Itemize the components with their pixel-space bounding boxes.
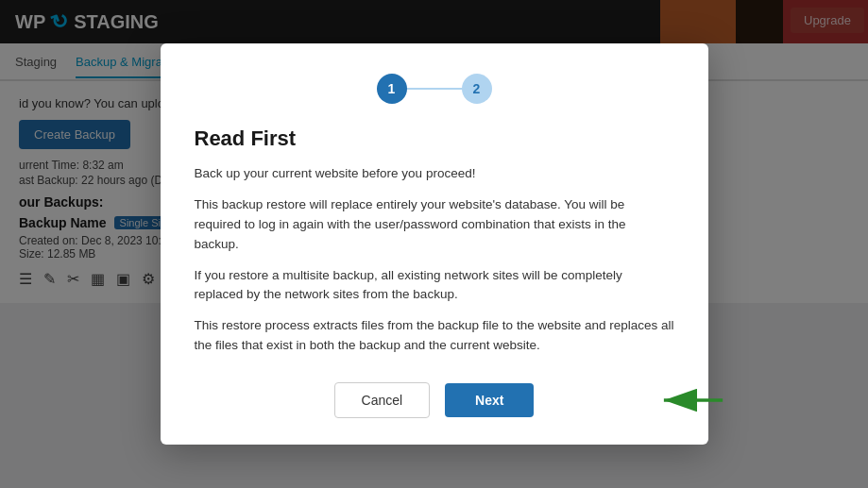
modal-para-1: Back up your current website before you …: [195, 164, 674, 184]
modal-dialog: 1 2 Read First Back up your current webs…: [161, 43, 708, 445]
step-1-circle: 1: [377, 74, 407, 104]
next-arrow-icon: [655, 386, 731, 414]
modal-para-3: If you restore a multisite backup, all e…: [195, 266, 674, 306]
step-line: [406, 88, 463, 90]
modal-title: Read First: [195, 126, 674, 151]
modal-overlay: 1 2 Read First Back up your current webs…: [0, 0, 868, 488]
next-button[interactable]: Next: [445, 383, 534, 417]
modal-para-2: This backup restore will replace entirel…: [195, 195, 674, 255]
step-indicator: 1 2: [195, 74, 674, 104]
step-2-circle: 2: [462, 74, 492, 104]
modal-footer: Cancel Next: [195, 382, 674, 418]
modal-para-4: This restore process extracts files from…: [195, 316, 674, 356]
cancel-button[interactable]: Cancel: [334, 382, 431, 418]
arrow-indicator: [655, 386, 731, 414]
modal-body: Back up your current website before you …: [195, 164, 674, 356]
